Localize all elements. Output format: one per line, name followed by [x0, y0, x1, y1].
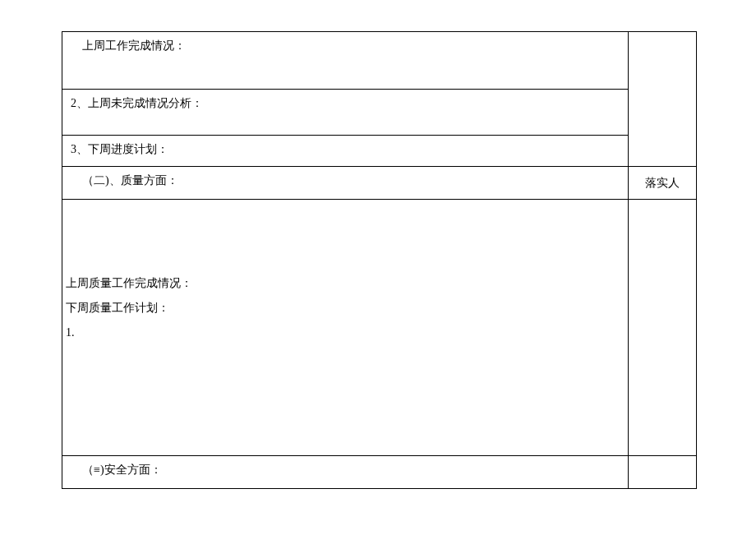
row-quality-header: （二)、质量方面： [62, 167, 629, 200]
report-table: 上周工作完成情况： 2、上周未完成情况分析： 3、下周进度计划： （二)、质量方… [62, 31, 697, 489]
row-safety-header: （≡)安全方面： [62, 456, 629, 489]
row-safety-owner [629, 456, 697, 489]
label-last-week-completion: 上周工作完成情况： [82, 39, 186, 53]
label-quality-last-week: 上周质量工作完成情况： [66, 272, 628, 295]
label-quality-next-week: 下周质量工作计划： [66, 297, 628, 320]
row-quality-owner-body [629, 200, 697, 456]
row-next-week-plan: 3、下周进度计划： [62, 136, 629, 167]
label-owner: 落实人 [645, 177, 680, 189]
right-merged-top [629, 32, 697, 167]
row-incomplete-analysis: 2、上周未完成情况分析： [62, 90, 629, 136]
label-next-week-plan: 3、下周进度计划： [71, 143, 168, 155]
label-incomplete-analysis: 2、上周未完成情况分析： [71, 97, 203, 109]
label-safety-header: （≡)安全方面： [82, 463, 162, 477]
row-last-week-completion: 上周工作完成情况： [62, 32, 629, 90]
label-quality-item-1: 1. [66, 321, 628, 344]
row-quality-owner-header: 落实人 [629, 167, 697, 200]
row-quality-body: 上周质量工作完成情况： 下周质量工作计划： 1. [62, 200, 629, 456]
label-quality-header: （二)、质量方面： [82, 173, 178, 188]
